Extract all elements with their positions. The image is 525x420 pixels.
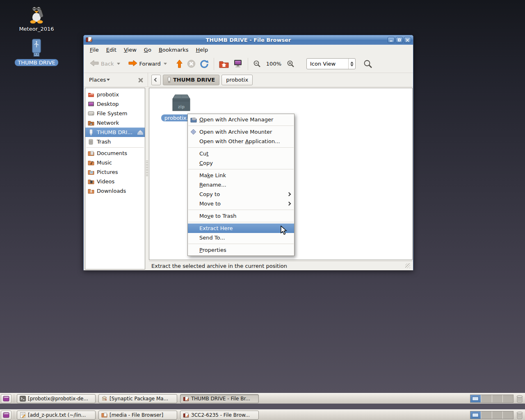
- menu-item-open-with-archive-mounter[interactable]: Open with Archive Mounter: [188, 127, 294, 137]
- workspace-2[interactable]: [481, 411, 492, 419]
- menu-item-rename[interactable]: Rename...: [188, 180, 294, 189]
- workspace-1[interactable]: [470, 395, 481, 402]
- toolbar: Back Forward: [84, 55, 413, 73]
- desktop-icon-thumb-drive[interactable]: THUMB DRIVE: [14, 36, 59, 66]
- forward-button[interactable]: Forward: [126, 58, 169, 70]
- sidebar-item-music[interactable]: Music: [85, 158, 145, 167]
- zoom-out-icon: [253, 60, 261, 68]
- sidebar-item-downloads[interactable]: Downloads: [85, 186, 145, 196]
- sidebar-item-probotix[interactable]: probotix: [85, 90, 145, 99]
- menu-item-move-to-trash[interactable]: Move to Trash: [188, 211, 294, 221]
- task-button-terminal[interactable]: [probotix@probotix-de...: [17, 394, 96, 403]
- view-mode-select[interactable]: Icon View: [306, 58, 356, 69]
- up-button[interactable]: [174, 58, 185, 70]
- breadcrumb-scroll-left-button[interactable]: [151, 75, 161, 85]
- sidebar-item-documents[interactable]: Documents: [85, 148, 145, 158]
- menu-item-copy[interactable]: Copy: [188, 158, 294, 168]
- sidebar-item-videos[interactable]: Videos: [85, 177, 145, 186]
- workspace-switcher[interactable]: [470, 395, 514, 403]
- breadcrumb-probotix[interactable]: probotix: [221, 75, 253, 85]
- desktop-icon-meteor[interactable]: Meteor_2016: [14, 2, 59, 32]
- view-mode-stepper[interactable]: [348, 59, 355, 69]
- taskbar-panel-2: [add_z-puck.txt (~/lin... [media - File …: [0, 409, 525, 420]
- context-menu: Open with Archive Manager Open with Arch…: [187, 114, 294, 256]
- places-close-button[interactable]: [138, 77, 144, 83]
- maximize-button[interactable]: [396, 37, 403, 43]
- view-mode-value: Icon View: [307, 61, 348, 67]
- sidebar-item-desktop[interactable]: Desktop: [85, 99, 145, 109]
- workspace-4[interactable]: [503, 395, 513, 402]
- menu-go[interactable]: Go: [140, 46, 155, 54]
- menu-help[interactable]: Help: [192, 46, 212, 54]
- menu-item-send-to[interactable]: Send To...: [188, 233, 294, 242]
- task-button-media-file-browser[interactable]: [media - File Browser]: [98, 411, 177, 420]
- computer-button[interactable]: [231, 58, 245, 70]
- zoom-level: 100%: [266, 61, 281, 67]
- workspace-switcher[interactable]: [470, 411, 514, 419]
- window-list-applet-icon[interactable]: [1, 394, 11, 403]
- menu-edit[interactable]: Edit: [103, 46, 120, 54]
- menu-item-open-with-other-application[interactable]: Open with Other Application...: [188, 137, 294, 146]
- zoom-out-button[interactable]: [251, 58, 263, 69]
- workspace-3[interactable]: [492, 395, 503, 402]
- menu-item-cut[interactable]: Cut: [188, 149, 294, 158]
- archive-manager-icon: [190, 117, 199, 123]
- menu-item-open-with-archive-manager[interactable]: Open with Archive Manager: [188, 115, 294, 124]
- menubar: File Edit View Go Bookmarks Help: [84, 45, 413, 55]
- resize-grip[interactable]: [405, 263, 410, 268]
- reload-button[interactable]: [198, 58, 211, 70]
- archive-mounter-icon: [190, 129, 199, 135]
- menu-item-properties[interactable]: Properties: [188, 245, 294, 255]
- task-button-synaptic[interactable]: [Synaptic Package Ma...: [98, 394, 177, 403]
- usb-drive-small-icon: [167, 77, 171, 83]
- trash-applet-icon[interactable]: [516, 395, 523, 404]
- back-button[interactable]: Back: [88, 58, 122, 70]
- task-button-text-editor[interactable]: [add_z-puck.txt (~/lin...: [17, 411, 96, 420]
- folder-window-icon: [101, 412, 107, 418]
- zoom-in-button[interactable]: [285, 58, 297, 69]
- back-dropdown-icon[interactable]: [117, 63, 120, 65]
- workspace-1[interactable]: [470, 411, 481, 419]
- window-list-applet-icon[interactable]: [1, 411, 11, 420]
- home-button[interactable]: [217, 58, 231, 70]
- sidebar-item-network[interactable]: Network: [85, 118, 145, 128]
- menu-item-extract-here[interactable]: Extract Here: [188, 224, 294, 233]
- menu-item-make-link[interactable]: Make Link: [188, 171, 294, 180]
- trash-applet-icon[interactable]: [516, 411, 523, 420]
- panel-drag-handle[interactable]: [13, 411, 15, 419]
- menu-item-copy-to[interactable]: Copy to: [188, 189, 294, 199]
- folder-music-icon: [87, 160, 94, 165]
- sidebar-item-trash[interactable]: Trash: [85, 137, 145, 146]
- menu-file[interactable]: File: [86, 46, 103, 54]
- workspace-3[interactable]: [492, 411, 503, 419]
- search-button[interactable]: [361, 58, 374, 70]
- home-folder-icon: [219, 60, 229, 68]
- sidebar-item-pictures[interactable]: Pictures: [85, 167, 145, 177]
- workspace-4[interactable]: [503, 411, 513, 419]
- back-arrow-icon: [90, 60, 99, 68]
- terminal-icon: [20, 396, 26, 402]
- pane-splitter[interactable]: [145, 87, 149, 270]
- trash-icon: [87, 139, 94, 145]
- close-button[interactable]: [404, 37, 411, 43]
- menu-item-move-to[interactable]: Move to: [188, 199, 294, 208]
- menu-bookmarks[interactable]: Bookmarks: [155, 46, 192, 54]
- places-header[interactable]: Places: [84, 77, 148, 83]
- sidebar-item-thumb-drive[interactable]: THUMB DRI...: [85, 128, 145, 137]
- submenu-arrow-icon: [287, 202, 291, 206]
- eject-icon[interactable]: [137, 130, 143, 135]
- titlebar[interactable]: THUMB DRIVE - File Browser: [84, 35, 413, 45]
- workspace-2[interactable]: [481, 395, 492, 402]
- task-button-thumb-drive-file-browser[interactable]: THUMB DRIVE - File Br...: [180, 394, 259, 403]
- stop-button[interactable]: [185, 58, 198, 70]
- breadcrumb-thumb-drive[interactable]: THUMB DRIVE: [163, 75, 219, 85]
- sidebar-item-file-system[interactable]: File System: [85, 109, 145, 118]
- folder-videos-icon: [87, 179, 94, 184]
- panel-drag-handle[interactable]: [13, 395, 15, 403]
- menu-view[interactable]: View: [120, 46, 140, 54]
- task-button-3cc2-6235-file-browser[interactable]: 3CC2-6235 - File Brow...: [180, 411, 259, 420]
- forward-dropdown-icon[interactable]: [164, 63, 167, 65]
- splitter-grip[interactable]: [146, 161, 148, 176]
- forward-arrow-icon: [128, 60, 137, 68]
- minimize-button[interactable]: [388, 37, 395, 43]
